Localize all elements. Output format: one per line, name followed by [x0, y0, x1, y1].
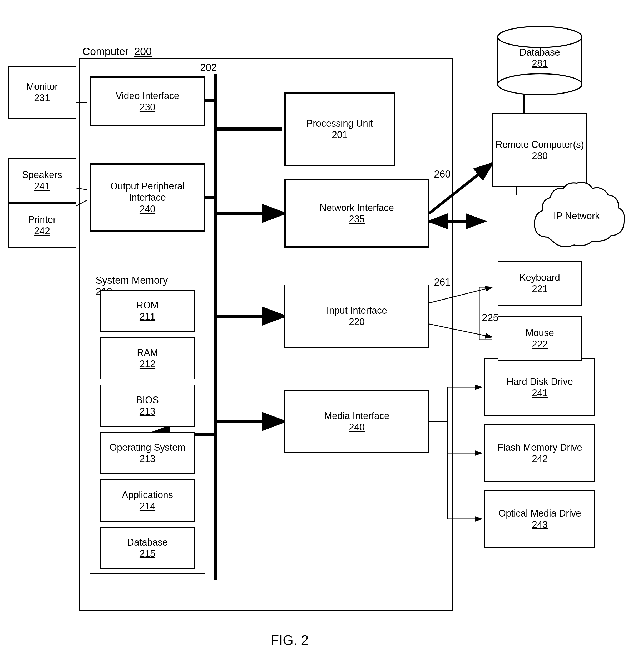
speakers-box: Speakers 241	[8, 158, 76, 203]
monitor-box: Monitor 231	[8, 66, 76, 119]
remote-computer-box: Remote Computer(s) 280	[492, 113, 587, 187]
bus-202-label: 202	[200, 62, 217, 73]
hard-disk-box: Hard Disk Drive 241	[485, 358, 595, 416]
bus-261-label: 261	[434, 277, 451, 288]
processing-unit-box: Processing Unit 201	[284, 92, 395, 166]
os-box: Operating System 213	[100, 432, 195, 474]
database-remote-label: Database 281	[519, 47, 560, 69]
ram-box: RAM 212	[100, 337, 195, 379]
mouse-box: Mouse 222	[498, 316, 582, 361]
svg-point-30	[498, 74, 582, 95]
computer-label: Computer 200	[82, 46, 152, 57]
label-225: 225	[482, 312, 498, 323]
network-interface-box: Network Interface 235	[284, 179, 429, 248]
svg-point-29	[498, 26, 582, 47]
flash-memory-box: Flash Memory Drive 242	[485, 424, 595, 482]
rom-box: ROM 211	[100, 290, 195, 332]
database-remote-cylinder: Database 281	[492, 21, 587, 95]
input-interface-box: Input Interface 220	[284, 285, 429, 348]
video-interface-box: Video Interface 230	[90, 76, 205, 126]
bios-box: BIOS 213	[100, 385, 195, 427]
bus-260-label: 260	[434, 169, 451, 180]
output-peripheral-box: Output Peripheral Interface 240	[90, 163, 205, 232]
printer-box: Printer 242	[8, 203, 76, 248]
ip-network-label: IP Network	[554, 211, 600, 221]
figure-label: FIG. 2	[237, 632, 342, 648]
applications-box: Applications 214	[100, 479, 195, 522]
keyboard-box: Keyboard 221	[498, 261, 582, 306]
media-interface-box: Media Interface 240	[284, 390, 429, 453]
ip-network-cloud: IP Network	[527, 179, 627, 253]
diagram: Monitor 231 Speakers 241 Printer 242 Com…	[0, 0, 633, 672]
optical-media-box: Optical Media Drive 243	[485, 490, 595, 548]
database-mem-box: Database 215	[100, 527, 195, 569]
